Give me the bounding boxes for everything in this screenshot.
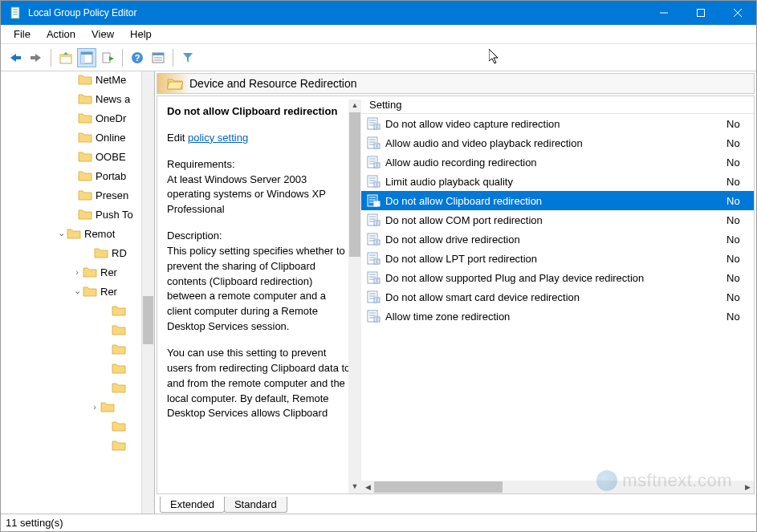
edit-policy-link[interactable]: policy setting — [188, 132, 248, 144]
tree-item[interactable]: Presen — [1, 185, 154, 205]
svg-rect-101 — [374, 317, 380, 322]
tree-item[interactable] — [1, 320, 154, 339]
titlebar: Local Group Policy Editor — [1, 1, 756, 25]
setting-row[interactable]: Do not allow video capture redirectionNo — [361, 114, 754, 133]
svg-rect-59 — [374, 201, 380, 206]
tree-item[interactable]: OOBE — [1, 147, 154, 166]
tree-item[interactable]: Push To — [1, 205, 154, 224]
setting-row[interactable]: Allow audio recording redirectionNo — [361, 152, 754, 172]
tree-item[interactable]: NetMe — [1, 71, 154, 89]
tree-item-label: Push To — [96, 209, 133, 221]
help-button[interactable]: ? — [128, 48, 147, 67]
setting-row[interactable]: Do not allow supported Plug and Play dev… — [361, 268, 754, 287]
tree-item[interactable] — [1, 436, 154, 455]
up-button[interactable] — [56, 48, 75, 67]
setting-row[interactable]: Do not allow COM port redirectionNo — [361, 210, 754, 229]
folder-icon — [83, 286, 97, 297]
maximize-button[interactable] — [682, 1, 719, 25]
folder-icon — [112, 343, 126, 355]
setting-label: Do not allow Clipboard redirection — [385, 195, 726, 207]
setting-row[interactable]: Do not allow smart card device redirecti… — [361, 287, 754, 307]
tree-expander-icon[interactable]: › — [71, 267, 83, 277]
tree-item-label: Rer — [100, 266, 117, 278]
tree-item[interactable]: OneDr — [1, 108, 154, 128]
tree-item[interactable]: News a — [1, 89, 154, 108]
setting-state: No — [726, 156, 754, 169]
tree-item[interactable] — [1, 359, 154, 378]
tree-item[interactable]: ⌄Remot — [1, 224, 154, 243]
tree-expander-icon[interactable]: ⌄ — [71, 286, 83, 296]
svg-rect-52 — [374, 182, 380, 187]
export-button[interactable] — [98, 48, 117, 67]
settings-header: Setting — [361, 96, 754, 114]
description-scrollbar[interactable]: ▲ ▼ — [348, 99, 361, 493]
policy-icon — [366, 117, 381, 130]
view-tabs: Extended Standard — [157, 493, 755, 513]
edit-policy-line: Edit policy setting — [167, 131, 352, 146]
description-label: Description: — [167, 229, 352, 244]
policy-icon — [366, 213, 381, 226]
svg-rect-0 — [11, 7, 19, 18]
tree-item[interactable]: Online — [1, 128, 154, 147]
setting-row[interactable]: Do not allow LPT port redirectionNo — [361, 249, 754, 268]
menu-help[interactable]: Help — [122, 26, 160, 43]
tree-item-label: OOBE — [96, 151, 126, 163]
tree-item[interactable] — [1, 301, 154, 320]
folder-icon — [112, 305, 126, 316]
setting-row[interactable]: Do not allow Clipboard redirectionNo — [361, 191, 754, 210]
requirements-label: Requirements: — [167, 157, 352, 173]
svg-rect-9 — [15, 56, 21, 59]
setting-label: Do not allow supported Plug and Play dev… — [385, 272, 726, 284]
svg-rect-11 — [31, 56, 36, 59]
back-button[interactable] — [6, 48, 25, 67]
selected-setting-title: Do not allow Clipboard redirection — [167, 104, 352, 120]
tree-expander-icon[interactable]: ⌄ — [55, 228, 67, 238]
tree-item[interactable] — [1, 416, 154, 436]
tree-expander-icon[interactable]: › — [89, 402, 100, 412]
tree-item[interactable] — [1, 339, 154, 359]
column-header-setting[interactable]: Setting — [361, 99, 754, 111]
svg-rect-87 — [374, 278, 380, 283]
properties-button[interactable] — [149, 48, 168, 67]
tree-item[interactable]: › — [1, 397, 154, 416]
tree-item-label: Remot — [84, 228, 115, 240]
setting-label: Allow audio recording redirection — [385, 156, 726, 169]
svg-rect-18 — [103, 53, 110, 63]
setting-label: Allow time zone redirection — [385, 311, 726, 323]
setting-row[interactable]: Allow audio and video playback redirecti… — [361, 133, 754, 152]
tab-extended[interactable]: Extended — [160, 497, 225, 513]
folder-icon — [78, 151, 92, 162]
setting-state: No — [726, 234, 754, 246]
setting-row[interactable]: Limit audio playback qualityNo — [361, 172, 754, 191]
folder-open-icon — [167, 77, 183, 90]
show-hide-tree-button[interactable] — [77, 48, 96, 67]
policy-icon — [366, 310, 381, 323]
tree-item[interactable]: ›Rer — [1, 262, 154, 282]
tree-item[interactable]: Portab — [1, 166, 154, 185]
menu-action[interactable]: Action — [39, 26, 83, 43]
svg-rect-73 — [374, 240, 380, 245]
tree-item[interactable] — [1, 378, 154, 397]
setting-state: No — [726, 253, 754, 265]
setting-row[interactable]: Allow time zone redirectionNo — [361, 307, 754, 326]
setting-state: No — [726, 176, 754, 188]
tree-scrollbar[interactable] — [141, 71, 154, 514]
svg-marker-10 — [35, 54, 41, 62]
tree-item[interactable]: RD — [1, 243, 154, 262]
filter-button[interactable] — [178, 48, 197, 67]
tab-standard[interactable]: Standard — [224, 497, 287, 513]
folder-icon — [78, 93, 92, 104]
menu-file[interactable]: File — [6, 26, 39, 43]
forward-button[interactable] — [26, 48, 46, 67]
setting-row[interactable]: Do not allow drive redirectionNo — [361, 229, 754, 249]
setting-label: Do not allow video capture redirection — [385, 118, 726, 130]
minimize-button[interactable] — [645, 1, 682, 25]
tree-item[interactable]: ⌄Rer — [1, 282, 154, 301]
tree-item-label: RD — [112, 247, 127, 259]
setting-state: No — [726, 311, 754, 323]
description-column: Do not allow Clipboard redirection Edit … — [157, 96, 361, 493]
policy-icon — [366, 290, 381, 303]
menu-view[interactable]: View — [83, 26, 122, 43]
settings-hscrollbar[interactable]: ◀ ▶ — [361, 481, 754, 493]
close-button[interactable] — [719, 1, 756, 25]
